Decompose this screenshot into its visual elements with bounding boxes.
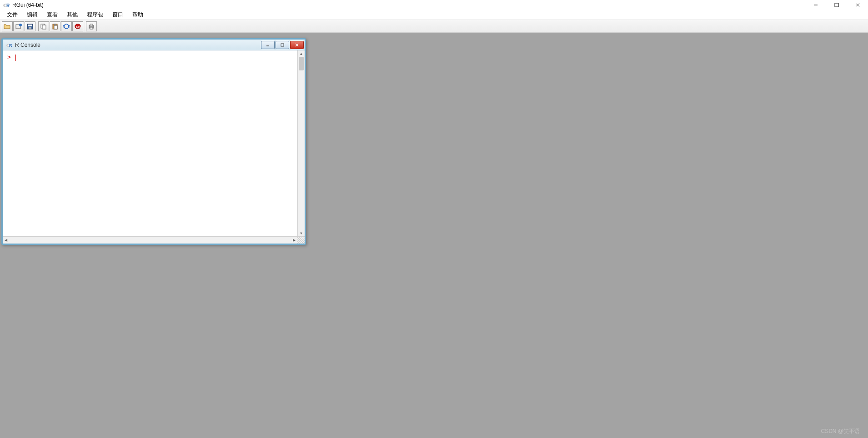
r-logo-icon: R xyxy=(3,1,10,9)
console-minimize-button[interactable] xyxy=(261,41,275,49)
svg-rect-16 xyxy=(54,25,57,29)
scroll-thumb[interactable] xyxy=(299,57,304,70)
console-titlebar[interactable]: R R Console xyxy=(3,40,305,50)
scroll-right-arrow-icon[interactable]: ▶ xyxy=(291,237,297,244)
console-prompt: > xyxy=(7,54,11,61)
menu-view[interactable]: 查看 xyxy=(42,10,62,20)
load-workspace-button[interactable] xyxy=(13,21,24,31)
window-controls xyxy=(805,0,868,10)
svg-text:STOP: STOP xyxy=(76,25,81,28)
subwindow-controls xyxy=(261,41,305,49)
open-script-button[interactable] xyxy=(2,21,13,31)
svg-rect-13 xyxy=(42,25,46,29)
menu-file[interactable]: 文件 xyxy=(2,10,22,20)
toolbar: STOP xyxy=(0,20,868,33)
svg-rect-26 xyxy=(281,44,284,46)
svg-text:R: R xyxy=(6,3,10,8)
close-button[interactable] xyxy=(847,0,868,10)
svg-rect-4 xyxy=(835,3,838,7)
console-body[interactable]: > ▲ ▼ xyxy=(3,50,305,236)
menu-packages[interactable]: 程序包 xyxy=(82,10,108,20)
console-maximize-button[interactable] xyxy=(276,41,289,49)
menu-edit[interactable]: 编辑 xyxy=(22,10,42,20)
copy-button[interactable] xyxy=(38,21,49,31)
watermark: CSDN @笑不语 xyxy=(821,428,860,435)
console-horizontal-scrollbar[interactable]: ◀ ▶ xyxy=(3,236,305,244)
mdi-client-area: R R Console > ▲ ▼ xyxy=(0,33,868,438)
menu-misc[interactable]: 其他 xyxy=(62,10,82,20)
svg-text:R: R xyxy=(9,43,12,48)
menu-windows[interactable]: 窗口 xyxy=(108,10,128,20)
console-cursor xyxy=(15,55,16,61)
scroll-left-arrow-icon[interactable]: ◀ xyxy=(3,237,9,244)
console-vertical-scrollbar[interactable]: ▲ ▼ xyxy=(297,50,305,236)
scroll-down-arrow-icon[interactable]: ▼ xyxy=(298,230,305,236)
console-close-button[interactable] xyxy=(290,41,304,49)
main-window-title: RGui (64-bit) xyxy=(12,2,44,8)
svg-rect-21 xyxy=(90,27,93,29)
copy-paste-button[interactable] xyxy=(61,21,72,31)
svg-rect-11 xyxy=(29,27,31,29)
minimize-button[interactable] xyxy=(805,0,826,10)
menubar: 文件 编辑 查看 其他 程序包 窗口 帮助 xyxy=(0,10,868,20)
stop-button[interactable]: STOP xyxy=(72,21,83,31)
menu-help[interactable]: 帮助 xyxy=(128,10,148,20)
svg-rect-15 xyxy=(54,24,56,25)
svg-point-8 xyxy=(19,24,22,26)
paste-button[interactable] xyxy=(50,21,60,31)
r-logo-icon: R xyxy=(5,41,13,49)
console-title: R Console xyxy=(15,42,40,48)
resize-grip-icon[interactable] xyxy=(297,237,305,244)
print-button[interactable] xyxy=(86,21,97,31)
r-console-window[interactable]: R R Console > ▲ ▼ xyxy=(1,38,306,245)
svg-rect-10 xyxy=(28,25,32,26)
scroll-up-arrow-icon[interactable]: ▲ xyxy=(298,50,305,57)
save-workspace-button[interactable] xyxy=(25,21,35,31)
main-titlebar: R RGui (64-bit) xyxy=(0,0,868,10)
svg-rect-20 xyxy=(90,24,93,26)
maximize-button[interactable] xyxy=(826,0,847,10)
